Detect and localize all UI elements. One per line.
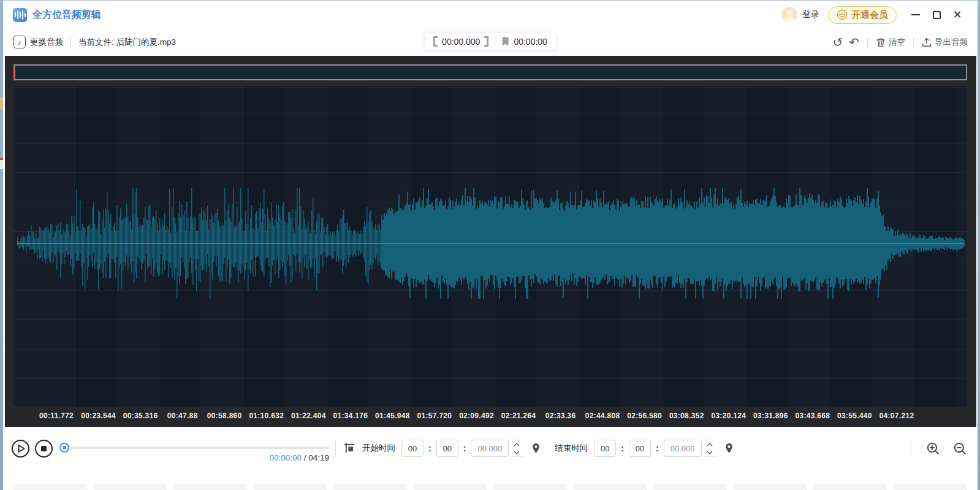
overview-selection-bar[interactable] [13, 64, 967, 80]
tool-card[interactable] [734, 484, 808, 490]
login-button[interactable]: 登录 [802, 9, 819, 20]
total-time: 04:19 [308, 453, 329, 462]
open-vip-label: 开通会员 [851, 9, 888, 21]
end-hour-input[interactable]: 00 [594, 440, 616, 457]
time-tick-label: 00:47.88 [167, 412, 198, 420]
start-minute-input[interactable]: 00 [436, 440, 458, 457]
colon: : [621, 443, 624, 453]
waveform-panel: 00:11.77200:23.54400:35.31600:47.8800:58… [5, 56, 976, 427]
time-tick-label: 00:35.316 [123, 412, 158, 420]
time-tick-label: 01:10.632 [249, 412, 284, 420]
app-window: 全方位音频剪辑 登录 开通会员 ✕ ♪ 更换音频 当前文件: 后陡门 [3, 0, 978, 490]
time-tick-label: 03:08.352 [669, 412, 704, 420]
progress-slider: 00:00:00 / 04:19 [59, 435, 329, 462]
time-tick-label: 02:56.580 [627, 412, 662, 420]
time-tick-label: 00:23.544 [81, 412, 116, 420]
time-axis: 00:11.77200:23.54400:35.31600:47.8800:58… [13, 412, 967, 423]
tool-card[interactable] [493, 484, 568, 490]
time-tick-label: 03:43.668 [796, 412, 830, 420]
time-tick-label: 00:11.772 [39, 412, 74, 420]
tool-card[interactable] [254, 484, 328, 490]
trim-start-group: 开始时间 00 : 00 : 00.000 [343, 440, 549, 457]
undo-arrow-icon: ↶ [849, 36, 859, 48]
waveform-grid [13, 86, 967, 407]
tool-card[interactable] [813, 484, 887, 490]
spin-up-button[interactable] [511, 440, 523, 448]
end-ms-spinner [704, 440, 716, 457]
tool-card[interactable] [894, 484, 968, 490]
app-logo-icon [13, 8, 27, 22]
progress-handle[interactable] [59, 443, 69, 453]
zoom-out-button[interactable] [953, 442, 967, 455]
waveform-canvas[interactable] [13, 86, 967, 407]
time-separator: / [302, 453, 308, 462]
set-start-pin-button[interactable] [531, 443, 541, 454]
footer-card-row [3, 473, 978, 490]
minimize-icon [911, 14, 920, 15]
end-ms-input[interactable]: 00.000 [664, 440, 702, 457]
spin-down-button[interactable] [511, 448, 523, 456]
time-tick-label: 01:22.404 [291, 412, 326, 420]
location-pin-icon [724, 443, 734, 454]
spin-up-button[interactable] [704, 440, 716, 448]
spin-down-button[interactable] [704, 448, 716, 456]
time-tick-label: 03:20.124 [711, 412, 746, 420]
time-tick-label: 03:55.440 [837, 412, 872, 420]
end-minute-input[interactable]: 00 [629, 440, 651, 457]
time-tick-label: 04:07.212 [879, 412, 914, 420]
tool-card[interactable] [173, 484, 248, 490]
divider [495, 37, 495, 47]
music-note-icon: ♪ [13, 36, 26, 48]
tool-card[interactable] [333, 484, 408, 490]
toolbar: ♪ 更换音频 当前文件: 后陡门的夏.mp3 00:00.000 00:00:0… [3, 28, 978, 56]
stop-button[interactable] [34, 439, 53, 458]
app-title: 全方位音频剪辑 [32, 9, 101, 21]
zoom-in-button[interactable] [926, 442, 940, 455]
open-vip-button[interactable]: 开通会员 [828, 6, 897, 24]
bracket-right-icon [484, 36, 488, 47]
crown-icon [837, 9, 848, 20]
progress-track[interactable] [64, 446, 329, 449]
tool-card[interactable] [653, 484, 727, 490]
time-display-box: 00:00.000 00:00:00 [424, 32, 556, 51]
user-avatar[interactable] [781, 7, 797, 23]
clear-button[interactable]: 清空 [876, 37, 905, 48]
export-label: 导出音频 [935, 37, 968, 48]
colon: : [656, 443, 659, 453]
divider [70, 37, 71, 47]
play-icon [11, 439, 30, 458]
zoom-out-icon [953, 442, 967, 455]
undo-circle-icon: ↺ [832, 36, 843, 48]
divider [911, 440, 911, 456]
trash-icon [876, 37, 886, 47]
play-button[interactable] [11, 439, 30, 458]
export-audio-button[interactable]: 导出音频 [922, 37, 968, 48]
tool-card[interactable] [13, 484, 88, 490]
undo-button[interactable]: ↶ [849, 36, 859, 48]
export-icon [922, 37, 932, 47]
title-bar: 全方位音频剪辑 登录 开通会员 ✕ [3, 1, 978, 28]
time-tick-label: 01:45.948 [375, 412, 410, 420]
divider [335, 440, 336, 457]
change-audio-label: 更换音频 [30, 37, 63, 48]
change-audio-button[interactable]: ♪ 更换音频 [13, 36, 63, 48]
time-tick-label: 01:57.720 [417, 412, 452, 420]
bracket-left-icon [433, 36, 438, 47]
set-end-pin-button[interactable] [724, 443, 734, 454]
time-tick-label: 01:34.176 [333, 412, 368, 420]
tool-card[interactable] [414, 484, 488, 490]
reset-button[interactable]: ↺ [832, 36, 843, 48]
close-button[interactable]: ✕ [947, 6, 968, 24]
start-hour-input[interactable]: 00 [401, 440, 424, 457]
maximize-button[interactable] [926, 6, 947, 24]
minimize-button[interactable] [905, 6, 926, 24]
bookmark-icon [501, 37, 509, 47]
tool-card[interactable] [94, 484, 168, 490]
selection-time-value: 00:00.000 [442, 37, 480, 47]
divider [867, 37, 868, 47]
stop-icon [34, 439, 53, 458]
trim-end-group: 结束时间 00 : 00 : 00.000 [549, 440, 742, 457]
tool-card[interactable] [574, 484, 648, 490]
start-ms-input[interactable]: 00.000 [471, 440, 509, 457]
trim-icon [343, 442, 357, 455]
